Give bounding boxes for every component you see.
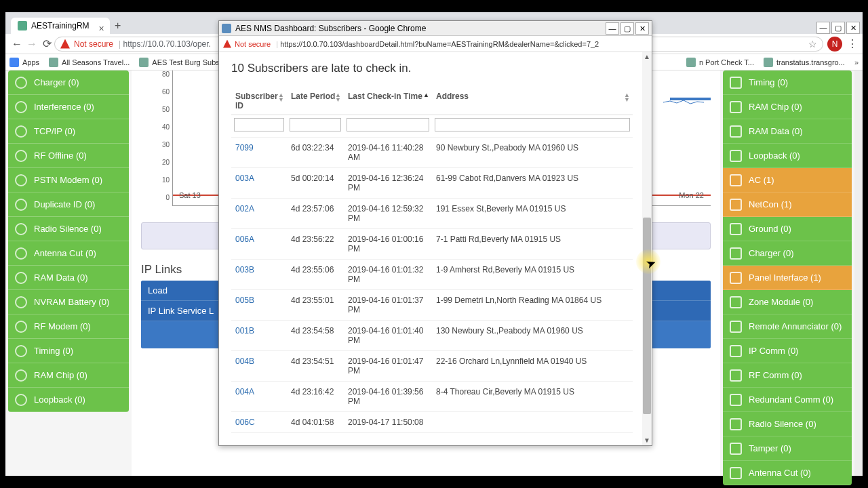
cell-address: 1-99 Demetri Ln,North Reading MA 01864 U… <box>432 290 633 321</box>
cell-subscriber-id[interactable]: 001B <box>231 321 287 351</box>
col-last-checkin[interactable]: Last Check-in Time ▲ <box>344 87 432 115</box>
cell-subscriber-id[interactable]: 003A <box>231 168 287 199</box>
browser-menu-button[interactable]: ⋮ <box>846 37 859 50</box>
right-sidebar-item[interactable]: Antenna Cut (0) <box>723 461 852 485</box>
cell-late-period: 4d 23:16:42 <box>287 382 344 412</box>
left-sidebar-item[interactable]: RF Offline (0) <box>8 144 129 168</box>
popup-close-button[interactable]: ✕ <box>635 22 649 35</box>
left-sidebar-item[interactable]: Duplicate ID (0) <box>8 192 129 217</box>
col-address[interactable]: Address▲▼ <box>432 87 633 115</box>
status-icon <box>15 77 27 89</box>
left-sidebar-item[interactable]: Radio Silence (0) <box>8 217 129 241</box>
right-sidebar-item[interactable]: IP Comm (0) <box>723 339 852 363</box>
nav-reload-button[interactable]: ⟳ <box>39 37 54 50</box>
cell-subscriber-id[interactable]: 006C <box>231 412 287 433</box>
right-sidebar-item[interactable]: Loopback (0) <box>723 144 852 168</box>
scroll-up-icon[interactable]: ▲ <box>642 52 652 62</box>
y-tick: 20 <box>156 159 170 176</box>
filter-last-checkin[interactable] <box>347 118 429 131</box>
right-sidebar-item[interactable]: Tamper (0) <box>723 436 852 461</box>
right-sidebar-item[interactable]: Panel Interface (1) <box>723 266 852 290</box>
cell-address: 1-9 Amherst Rd,Beverly MA 01915 US <box>432 260 633 290</box>
chart-sparkline <box>663 99 704 106</box>
profile-avatar[interactable]: N <box>827 37 842 52</box>
status-icon <box>730 77 742 89</box>
left-sidebar-item[interactable]: RAM Data (0) <box>8 266 129 290</box>
right-sidebar-item[interactable]: Timing (0) <box>723 70 852 95</box>
cell-subscriber-id[interactable]: 004A <box>231 382 287 412</box>
window-maximize-button[interactable]: ▢ <box>831 22 845 34</box>
filter-address[interactable] <box>435 118 630 131</box>
browser-tab[interactable]: AESTrainingRM × <box>11 18 110 34</box>
right-sidebar-item[interactable]: NetCon (1) <box>723 192 852 217</box>
status-icon <box>730 101 742 113</box>
cell-subscriber-id[interactable]: 003B <box>231 260 287 290</box>
status-icon <box>15 272 27 284</box>
popup-url[interactable]: https://10.0.70.103/dashboardDetail.html… <box>280 40 599 48</box>
left-sidebar-item[interactable]: NVRAM Battery (0) <box>8 290 129 314</box>
col-late-period[interactable]: Late Period▲▼ <box>287 87 344 115</box>
filter-subscriber-id[interactable] <box>234 118 284 131</box>
popup-scrollbar[interactable]: ▲ ▼ <box>642 52 652 445</box>
left-sidebar-item[interactable]: RF Modem (0) <box>8 314 129 339</box>
col-subscriber-id[interactable]: Subscriber ID▲▼ <box>231 87 287 115</box>
right-sidebar-item[interactable]: RAM Chip (0) <box>723 95 852 119</box>
window-close-button[interactable]: ✕ <box>846 22 860 34</box>
cell-subscriber-id[interactable]: 7099 <box>231 138 287 168</box>
popup-maximize-button[interactable]: ▢ <box>620 22 634 35</box>
right-sidebar-item[interactable]: Charger (0) <box>723 241 852 266</box>
apps-shortcut[interactable]: Apps <box>9 58 39 67</box>
bookmarks-overflow[interactable]: » <box>854 58 859 66</box>
scroll-down-icon[interactable]: ▼ <box>642 436 652 445</box>
cell-subscriber-id[interactable]: 002A <box>231 199 287 229</box>
sidebar-item-label: Charger (0) <box>749 248 793 258</box>
left-sidebar-item[interactable]: Loopback (0) <box>8 388 129 412</box>
sidebar-item-label: Panel Interface (1) <box>749 272 821 283</box>
y-tick: 60 <box>156 88 170 106</box>
apps-icon <box>9 58 19 67</box>
chart-x-label-left: Sat 13 <box>179 191 201 199</box>
nav-forward-button[interactable]: → <box>24 38 39 50</box>
cell-last-checkin: 2019-04-16 11:40:28 AM <box>344 138 432 168</box>
status-icon <box>730 321 742 333</box>
filter-late-period[interactable] <box>290 118 341 131</box>
not-secure-label: Not secure <box>74 39 113 49</box>
cell-subscriber-id[interactable]: 005B <box>231 290 287 321</box>
right-sidebar-item[interactable]: AC (1) <box>723 168 852 192</box>
right-sidebar-item[interactable]: RAM Data (0) <box>723 119 852 144</box>
bookmark-item[interactable]: AES Test Burg Subs... <box>139 58 226 67</box>
new-tab-button[interactable]: + <box>110 18 126 34</box>
chart-y-axis: 806050403020100 <box>156 70 170 211</box>
bookmark-icon <box>764 58 773 67</box>
cell-subscriber-id[interactable]: 004B <box>231 351 287 382</box>
right-sidebar-item[interactable]: Ground (0) <box>723 217 852 241</box>
nav-back-button[interactable]: ← <box>9 38 24 50</box>
cell-subscriber-id[interactable]: 006A <box>231 229 287 260</box>
page-scrollbar[interactable] <box>854 70 863 476</box>
right-sidebar-item[interactable]: Zone Module (0) <box>723 290 852 314</box>
left-sidebar-item[interactable]: Timing (0) <box>8 339 129 363</box>
left-sidebar-item[interactable]: Interference (0) <box>8 95 129 119</box>
right-sidebar-item[interactable]: Remote Annunciator (0) <box>723 314 852 339</box>
left-sidebar-item[interactable]: PSTN Modem (0) <box>8 168 129 192</box>
bookmark-star-icon[interactable]: ☆ <box>808 39 817 49</box>
left-sidebar-item[interactable]: TCP/IP (0) <box>8 119 129 144</box>
table-row: 001B4d 23:54:582019-04-16 01:01:40 PM130… <box>231 321 633 351</box>
bookmark-item[interactable]: transtatus.transgro... <box>764 58 845 67</box>
bookmark-item[interactable]: n Port Check T... <box>686 58 754 67</box>
status-icon <box>730 394 742 406</box>
bookmark-item[interactable]: All Seasons Travel... <box>49 58 130 67</box>
status-icon <box>15 125 27 138</box>
left-sidebar-item[interactable]: RAM Chip (0) <box>8 363 129 388</box>
right-sidebar-item[interactable]: Redundant Comm (0) <box>723 388 852 412</box>
left-sidebar-item[interactable]: Antenna Cut (0) <box>8 241 129 266</box>
left-sidebar-item[interactable]: Charger (0) <box>8 70 129 95</box>
right-sidebar-item[interactable]: Radio Silence (0) <box>723 412 852 436</box>
table-row: 005B4d 23:55:012019-04-16 01:01:37 PM1-9… <box>231 290 633 321</box>
popup-minimize-button[interactable]: — <box>606 22 619 35</box>
scroll-thumb[interactable] <box>643 218 651 414</box>
window-minimize-button[interactable]: — <box>816 22 830 34</box>
sidebar-item-label: Interference (0) <box>34 102 94 112</box>
right-sidebar-item[interactable]: RF Comm (0) <box>723 363 852 388</box>
cell-last-checkin: 2019-04-16 12:59:32 PM <box>344 199 432 229</box>
